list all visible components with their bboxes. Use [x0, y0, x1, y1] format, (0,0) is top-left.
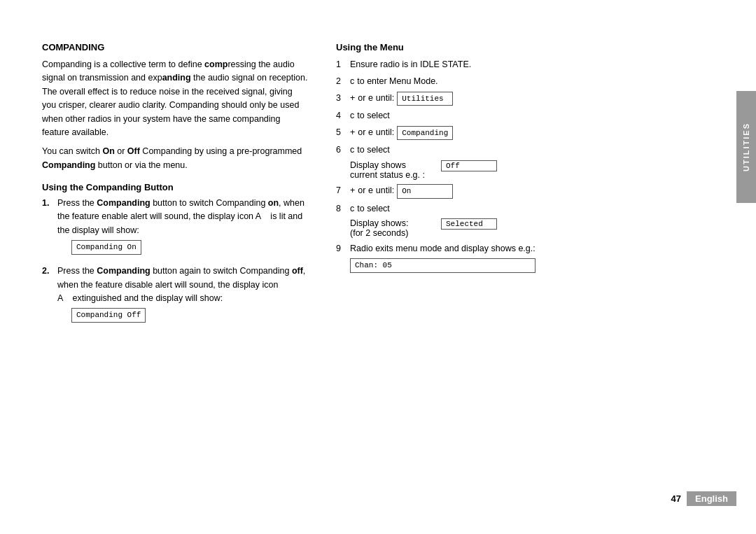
intro-paragraph: Companding is a collective term to defin… — [42, 58, 308, 139]
display-shows-2-label: Display shows: (for 2 seconds) — [350, 218, 441, 238]
menu-step-5: 5 + or e until: Companding — [336, 126, 721, 141]
step3-display: Utilities — [397, 92, 453, 106]
step3-or-e: or e — [358, 92, 373, 105]
menu-step8-num: 8 — [336, 202, 350, 216]
step7-or-e: or e — [358, 184, 373, 197]
menu-step3-body: + or e until: Utilities — [350, 92, 721, 106]
right-column: Using the Menu 1 Ensure radio is in IDLE… — [336, 42, 721, 332]
step3-plus: + — [350, 92, 355, 105]
display-shows-1: Display shows current status e.g. : Off — [336, 160, 721, 180]
menu-step9-num: 9 — [336, 242, 350, 255]
step2-bold: Companding — [97, 266, 150, 276]
menu-step8-body: c to select — [350, 202, 721, 216]
button-step-1: 1. Press the Companding button to switch… — [42, 197, 308, 258]
step2-num: 2. — [42, 265, 57, 278]
step8-rest: to select — [357, 202, 390, 216]
step2-text: Press the Companding button again to swi… — [57, 266, 305, 303]
menu-step5-num: 5 — [336, 126, 350, 139]
bold-on: On — [102, 146, 114, 156]
display-shows-1-text1: Display shows — [350, 160, 441, 170]
menu-step2-num: 2 — [336, 75, 350, 88]
step5-until: until: — [376, 126, 394, 139]
step9-display: Chan: 05 — [350, 258, 536, 273]
step1-text: Press the Companding button to switch Co… — [57, 198, 304, 235]
menu-step5-body: + or e until: Companding — [350, 126, 721, 141]
bold-comp: comp — [204, 59, 227, 69]
step2-rest: to enter Menu Mode. — [357, 75, 438, 88]
step7-display: On — [397, 184, 453, 199]
menu-step-8: 8 c to select — [336, 202, 721, 216]
step3-until: until: — [376, 92, 394, 105]
step7-until: until: — [376, 184, 394, 197]
side-tab: UTILITIES — [736, 91, 756, 203]
menu-step4-num: 4 — [336, 109, 350, 122]
step2-display-box: Companding Off — [71, 308, 146, 323]
menu-step-9: 9 Radio exits menu mode and display show… — [336, 242, 721, 272]
side-tab-label: UTILITIES — [742, 122, 750, 171]
step1-content: Press the Companding button to switch Co… — [57, 197, 308, 258]
step4-rest: to select — [357, 109, 390, 122]
display-shows-2-text2: (for 2 seconds) — [350, 228, 441, 238]
step7-plus: + — [350, 184, 355, 197]
step2-off: off — [292, 266, 303, 276]
menu-step-6: 6 c to select — [336, 143, 721, 157]
menu-step9-body: Radio exits menu mode and display shows … — [350, 242, 536, 272]
step1-bold: Companding — [97, 198, 150, 208]
language-label: English — [687, 491, 736, 506]
step4-c: c — [350, 109, 354, 122]
step6-rest: to select — [357, 143, 390, 157]
button-subheading: Using the Companding Button — [42, 182, 308, 192]
step5-or-e: or e — [358, 126, 373, 139]
display-shows-2-text1: Display shows: — [350, 218, 441, 228]
menu-heading: Using the Menu — [336, 42, 721, 52]
two-column-layout: COMPANDING Companding is a collective te… — [42, 42, 721, 332]
menu-step1-body: Ensure radio is in IDLE STATE. — [350, 58, 721, 71]
menu-step1-num: 1 — [336, 58, 350, 71]
step1-num: 1. — [42, 197, 57, 210]
step1-on: on — [268, 198, 279, 208]
footer: 47 English — [671, 491, 736, 506]
menu-step-3: 3 + or e until: Utilities — [336, 92, 721, 106]
display-shows-1-box: Off — [441, 160, 497, 171]
menu-step7-body: + or e until: On — [350, 184, 721, 199]
button-step-2: 2. Press the Companding button again to … — [42, 265, 308, 325]
menu-step2-body: c to enter Menu Mode. — [350, 75, 721, 88]
step1-display-box: Companding On — [71, 240, 141, 255]
display-shows-2-box: Selected — [441, 218, 497, 230]
bold-anding: anding — [162, 73, 191, 83]
display-shows-1-label: Display shows current status e.g. : — [350, 160, 441, 180]
step6-c: c — [350, 143, 354, 157]
bold-companding: Companding — [42, 160, 95, 170]
step5-display: Companding — [397, 126, 453, 141]
menu-step-1: 1 Ensure radio is in IDLE STATE. — [336, 58, 721, 71]
menu-step6-num: 6 — [336, 143, 350, 157]
left-column: COMPANDING Companding is a collective te… — [42, 42, 308, 332]
bold-off: Off — [127, 146, 140, 156]
step9-text: Radio exits menu mode and display shows … — [350, 242, 536, 255]
menu-step7-num: 7 — [336, 184, 350, 197]
page: UTILITIES 47 English COMPANDING Compandi… — [0, 0, 756, 534]
step5-plus: + — [350, 126, 355, 139]
display-shows-1-text2: current status e.g. : — [350, 170, 441, 180]
menu-step3-num: 3 — [336, 92, 350, 105]
companding-heading: COMPANDING — [42, 42, 308, 52]
display-shows-2: Display shows: (for 2 seconds) Selected — [336, 218, 721, 238]
step2-display-line: Companding Off — [57, 308, 308, 323]
switch-paragraph: You can switch On or Off Companding by u… — [42, 145, 308, 172]
step2-content: Press the Companding button again to swi… — [57, 265, 308, 325]
step1-display-line: Companding On — [57, 240, 308, 255]
page-number: 47 — [671, 493, 681, 504]
main-content: COMPANDING Companding is a collective te… — [42, 42, 721, 492]
menu-step-2: 2 c to enter Menu Mode. — [336, 75, 721, 88]
menu-step-4: 4 c to select — [336, 109, 721, 122]
menu-step6-body: c to select — [350, 143, 721, 157]
step2-c: c — [350, 75, 354, 88]
step8-c: c — [350, 202, 354, 216]
menu-step-7: 7 + or e until: On — [336, 184, 721, 199]
button-steps-list: 1. Press the Companding button to switch… — [42, 197, 308, 325]
menu-step4-body: c to select — [350, 109, 721, 122]
